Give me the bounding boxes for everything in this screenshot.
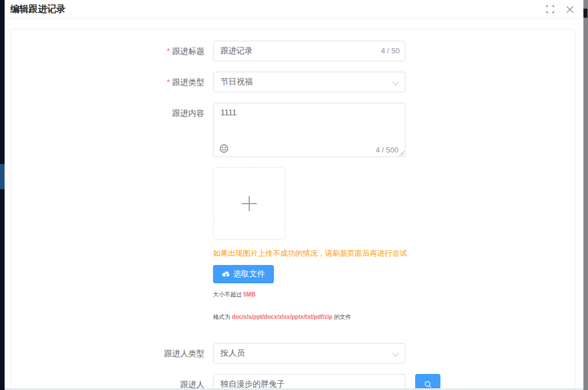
upload-section: 如果出现图片上传不成功的情况，请刷新页面后再进行尝试 选取文件 大小不超过 5M…	[213, 167, 575, 321]
dialog-title: 编辑跟进记录	[10, 3, 65, 15]
cloud-upload-icon	[222, 271, 230, 278]
background-sidebar-sliver	[0, 0, 5, 390]
title-char-counter: 4 / 50	[381, 41, 400, 61]
field-row-person-type: 跟进人类型	[11, 343, 575, 364]
background-sidebar-active-item	[0, 164, 5, 189]
content-char-counter: 4 / 500	[376, 146, 399, 154]
select-file-button[interactable]: 选取文件	[213, 265, 274, 283]
field-row-title: *跟进标题 4 / 50	[11, 41, 575, 61]
smiley-emoji-icon[interactable]	[219, 144, 229, 153]
person-search-button[interactable]	[415, 374, 440, 388]
required-mark: *	[167, 77, 170, 87]
form-card: *跟进标题 4 / 50 *跟进类型 跟进内容 1111	[10, 29, 575, 388]
field-row-person: 跟进人	[11, 374, 575, 388]
edit-followup-dialog: 编辑跟进记录 *跟进标题 4 / 50 *跟进类型	[5, 0, 583, 388]
dialog-header: 编辑跟进记录	[5, 0, 583, 19]
allowed-formats: doc/xls/ppt/docx/xlsx/pptx/txt/pdf/zip	[232, 314, 332, 320]
resize-handle[interactable]	[399, 151, 404, 156]
field-row-content: 跟进内容 1111 4 / 500	[11, 103, 575, 157]
plus-icon	[242, 196, 257, 211]
search-icon	[424, 380, 432, 389]
field-label-type: *跟进类型	[11, 72, 213, 92]
title-input[interactable]	[213, 41, 405, 61]
person-input[interactable]	[213, 374, 405, 388]
field-label-content: 跟进内容	[11, 103, 213, 157]
size-hint: 大小不超过 5MB	[213, 291, 575, 299]
type-select[interactable]	[213, 72, 405, 92]
select-file-label: 选取文件	[233, 269, 265, 279]
format-hint: 格式为 doc/xls/ppt/docx/xlsx/pptx/txt/pdf/z…	[213, 313, 575, 321]
fullscreen-icon[interactable]	[546, 5, 555, 14]
close-icon[interactable]	[565, 5, 574, 14]
upload-warning-text: 如果出现图片上传不成功的情况，请刷新页面后再进行尝试	[213, 248, 575, 259]
person-type-select[interactable]	[213, 343, 405, 364]
field-label-person: 跟进人	[11, 374, 213, 388]
field-row-type: *跟进类型	[11, 72, 575, 92]
background-page-fragment	[583, 9, 587, 18]
size-limit: 5MB	[243, 291, 256, 298]
image-upload-dropzone[interactable]	[213, 167, 285, 240]
scrollbar-track[interactable]	[583, 0, 588, 390]
field-label-title: *跟进标题	[11, 41, 213, 61]
field-label-person-type: 跟进人类型	[11, 343, 213, 364]
required-mark: *	[167, 46, 170, 56]
